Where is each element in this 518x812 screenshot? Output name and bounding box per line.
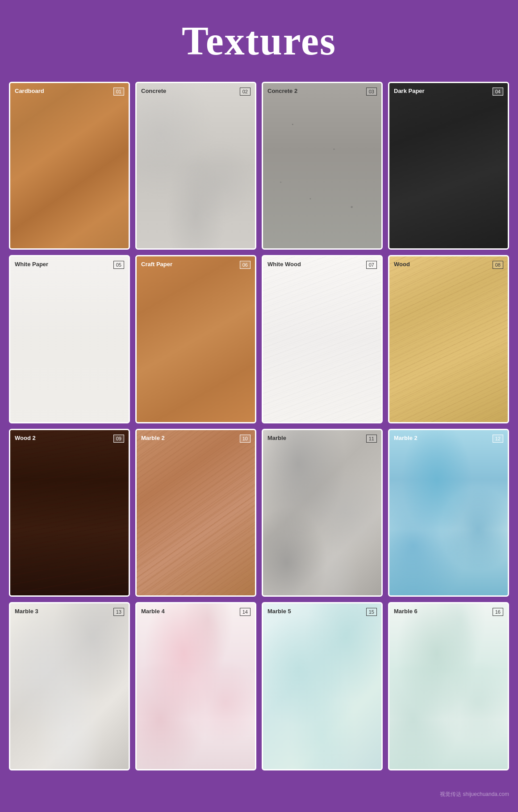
texture-card-2[interactable]: Concrete02 <box>135 82 256 250</box>
card-number-10: 10 <box>240 435 251 443</box>
card-label-15: Marble 5 <box>267 608 291 615</box>
texture-card-16[interactable]: Marble 616 <box>388 602 509 770</box>
texture-preview-1 <box>10 83 129 248</box>
texture-card-8[interactable]: Wood08 <box>388 255 509 423</box>
card-number-7: 07 <box>366 261 377 269</box>
watermark: 视觉传达 shijuechuanda.com <box>0 788 518 805</box>
card-label-16: Marble 6 <box>394 608 418 615</box>
texture-grid: Cardboard01Concrete02Concrete 203Dark Pa… <box>0 77 518 788</box>
texture-card-14[interactable]: Marble 414 <box>135 602 256 770</box>
card-label-1: Cardboard <box>15 88 44 94</box>
texture-preview-9 <box>10 430 129 595</box>
card-number-13: 13 <box>113 608 124 616</box>
card-label-7: White Wood <box>267 261 301 268</box>
texture-card-9[interactable]: Wood 209 <box>9 429 130 597</box>
texture-preview-2 <box>137 83 255 248</box>
card-number-9: 09 <box>113 435 124 443</box>
texture-card-11[interactable]: Marble11 <box>262 429 383 597</box>
texture-preview-12 <box>389 430 508 595</box>
card-number-2: 02 <box>240 88 251 96</box>
card-number-16: 16 <box>493 608 503 616</box>
card-label-6: Craft Paper <box>141 261 172 268</box>
texture-card-3[interactable]: Concrete 203 <box>262 82 383 250</box>
page-wrapper: Textures Cardboard01Concrete02Concrete 2… <box>0 0 518 805</box>
card-number-8: 08 <box>493 261 503 269</box>
texture-preview-4 <box>389 83 508 248</box>
card-number-6: 06 <box>240 261 251 269</box>
card-label-10: Marble 2 <box>141 435 165 441</box>
texture-preview-10 <box>137 430 255 595</box>
card-label-2: Concrete <box>141 88 166 94</box>
card-label-3: Concrete 2 <box>267 88 297 94</box>
card-number-1: 01 <box>113 88 124 96</box>
texture-preview-5 <box>10 256 129 422</box>
card-number-5: 05 <box>113 261 124 269</box>
card-label-12: Marble 2 <box>394 435 418 441</box>
texture-preview-7 <box>263 256 381 422</box>
texture-preview-16 <box>389 603 508 769</box>
card-label-5: White Paper <box>15 261 48 268</box>
texture-card-13[interactable]: Marble 313 <box>9 602 130 770</box>
texture-card-6[interactable]: Craft Paper06 <box>135 255 256 423</box>
texture-preview-14 <box>137 603 255 769</box>
texture-preview-6 <box>137 256 255 422</box>
texture-card-5[interactable]: White Paper05 <box>9 255 130 423</box>
card-label-14: Marble 4 <box>141 608 165 615</box>
page-header: Textures <box>0 0 518 77</box>
card-label-4: Dark Paper <box>394 88 425 94</box>
card-number-12: 12 <box>493 435 503 443</box>
card-number-15: 15 <box>366 608 377 616</box>
texture-preview-3 <box>263 83 381 248</box>
texture-preview-8 <box>389 256 508 422</box>
texture-card-4[interactable]: Dark Paper04 <box>388 82 509 250</box>
page-title: Textures <box>9 18 509 64</box>
texture-preview-13 <box>10 603 129 769</box>
texture-card-1[interactable]: Cardboard01 <box>9 82 130 250</box>
card-label-11: Marble <box>267 435 286 441</box>
card-label-8: Wood <box>394 261 410 268</box>
texture-card-7[interactable]: White Wood07 <box>262 255 383 423</box>
card-number-14: 14 <box>240 608 251 616</box>
texture-card-10[interactable]: Marble 210 <box>135 429 256 597</box>
card-label-13: Marble 3 <box>15 608 38 615</box>
card-number-3: 03 <box>366 88 377 96</box>
card-number-11: 11 <box>366 435 377 443</box>
texture-card-15[interactable]: Marble 515 <box>262 602 383 770</box>
texture-preview-15 <box>263 603 381 769</box>
card-number-4: 04 <box>493 88 503 96</box>
card-label-9: Wood 2 <box>15 435 36 441</box>
texture-card-12[interactable]: Marble 212 <box>388 429 509 597</box>
texture-preview-11 <box>263 430 381 595</box>
